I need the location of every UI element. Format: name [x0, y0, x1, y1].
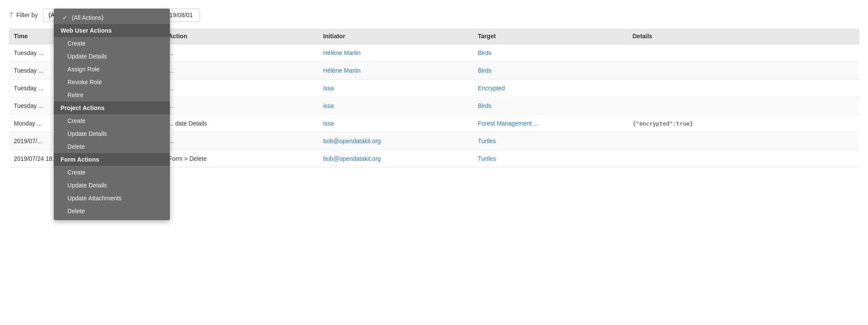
- cell-details: [628, 80, 860, 97]
- sub-item-label: Create: [68, 169, 86, 176]
- col-header-target: Target: [473, 28, 628, 44]
- dropdown-item-update-attachments[interactable]: Update Attachments: [54, 192, 170, 205]
- dropdown-item-revoke-role[interactable]: Revoke Role: [54, 76, 170, 89]
- sub-item-label: Update Details: [68, 53, 107, 60]
- cell-initiator: issa: [318, 80, 473, 97]
- sub-item-label: Retire: [68, 92, 83, 98]
- dropdown-item-update-details-form[interactable]: Update Details: [54, 179, 170, 192]
- cell-details: [628, 132, 860, 150]
- sub-item-label: Update Details: [68, 130, 107, 137]
- cell-action: ...: [163, 44, 318, 62]
- col-header-details: Details: [628, 28, 860, 44]
- dropdown-item-all-actions[interactable]: ✓ (All Actions): [54, 11, 170, 24]
- initiator-link[interactable]: issa: [323, 85, 334, 92]
- cell-details: {"encrypted":true}: [628, 115, 860, 132]
- dropdown-item-delete-form[interactable]: Delete: [54, 205, 170, 218]
- dropdown-item-update-details-web[interactable]: Update Details: [54, 50, 170, 63]
- cell-action: ...: [163, 80, 318, 97]
- col-header-initiator: Initiator: [318, 28, 473, 44]
- cell-initiator: bob@opendatakit.org: [318, 132, 473, 150]
- cell-action: ...: [163, 97, 318, 115]
- initiator-link[interactable]: issa: [323, 120, 334, 127]
- cell-target: Turtles: [473, 150, 628, 168]
- cell-target: Turtles: [473, 132, 628, 150]
- filter-icon: ⊤: [9, 12, 14, 18]
- target-link[interactable]: Turtles: [478, 155, 496, 162]
- action-filter-dropdown: ✓ (All Actions) Web User Actions Create …: [54, 9, 170, 220]
- filter-label: ⊤ Filter by: [9, 12, 38, 18]
- dropdown-item-retire[interactable]: Retire: [54, 89, 170, 101]
- dropdown-item-assign-role[interactable]: Assign Role: [54, 63, 170, 76]
- target-link[interactable]: Turtles: [478, 138, 496, 144]
- initiator-link[interactable]: Hélène Martin: [323, 49, 360, 56]
- cell-target: Birds: [473, 62, 628, 80]
- dropdown-item-label: (All Actions): [72, 14, 104, 21]
- sub-item-label: Delete: [68, 143, 85, 150]
- initiator-link[interactable]: bob@opendatakit.org: [323, 138, 381, 144]
- cell-action: ... date Details: [163, 115, 318, 132]
- cell-action: ...: [163, 132, 318, 150]
- category-label: Form Actions: [61, 156, 99, 163]
- sub-item-label: Update Attachments: [68, 195, 122, 202]
- initiator-link[interactable]: bob@opendatakit.org: [323, 155, 381, 162]
- cell-initiator: Hélène Martin: [318, 44, 473, 62]
- page-wrapper: ⊤ Filter by (All Actions) ✓ (All Actions…: [0, 0, 868, 325]
- target-link[interactable]: Birds: [478, 67, 492, 74]
- dropdown-item-create-project[interactable]: Create: [54, 114, 170, 127]
- cell-action: Form > Delete: [163, 150, 318, 168]
- sub-item-label: Revoke Role: [68, 79, 102, 86]
- cell-initiator: issa: [318, 97, 473, 115]
- target-link[interactable]: Encrypted: [478, 85, 505, 92]
- checkmark-icon: ✓: [62, 14, 69, 21]
- cell-details: [628, 44, 860, 62]
- cell-initiator: Hélène Martin: [318, 62, 473, 80]
- cell-target: Encrypted: [473, 80, 628, 97]
- dropdown-item-update-details-project[interactable]: Update Details: [54, 127, 170, 140]
- toolbar: ⊤ Filter by (All Actions) ✓ (All Actions…: [9, 9, 859, 21]
- cell-initiator: bob@opendatakit.org: [318, 150, 473, 168]
- cell-details: [628, 150, 860, 168]
- dropdown-category-project-actions[interactable]: Project Actions: [54, 101, 170, 114]
- category-label: Web User Actions: [61, 27, 112, 34]
- sub-item-label: Create: [68, 117, 86, 124]
- sub-item-label: Assign Role: [68, 66, 100, 73]
- target-link[interactable]: Forest Management ...: [478, 120, 539, 127]
- initiator-link[interactable]: issa: [323, 102, 334, 109]
- sub-item-label: Update Details: [68, 182, 107, 189]
- cell-target: Forest Management ...: [473, 115, 628, 132]
- initiator-link[interactable]: Hélène Martin: [323, 67, 360, 74]
- target-link[interactable]: Birds: [478, 49, 492, 56]
- cell-details: [628, 97, 860, 115]
- dropdown-item-create-web[interactable]: Create: [54, 37, 170, 50]
- cell-details: [628, 62, 860, 80]
- col-header-action: Action: [163, 28, 318, 44]
- sub-item-label: Delete: [68, 208, 85, 215]
- dropdown-item-create-form[interactable]: Create: [54, 166, 170, 179]
- filter-text: Filter by: [16, 12, 38, 18]
- details-value: {"encrypted":true}: [633, 120, 693, 127]
- dropdown-category-web-user-actions[interactable]: Web User Actions: [54, 24, 170, 37]
- cell-action: ...: [163, 62, 318, 80]
- category-label: Project Actions: [61, 104, 105, 111]
- sub-item-label: Create: [68, 40, 86, 47]
- target-link[interactable]: Birds: [478, 102, 492, 109]
- cell-initiator: issa: [318, 115, 473, 132]
- dropdown-item-delete-project[interactable]: Delete: [54, 140, 170, 153]
- cell-target: Birds: [473, 44, 628, 62]
- filter-dropdown-container: (All Actions) ✓ (All Actions) Web User A…: [43, 9, 112, 21]
- cell-target: Birds: [473, 97, 628, 115]
- dropdown-category-form-actions[interactable]: Form Actions: [54, 153, 170, 166]
